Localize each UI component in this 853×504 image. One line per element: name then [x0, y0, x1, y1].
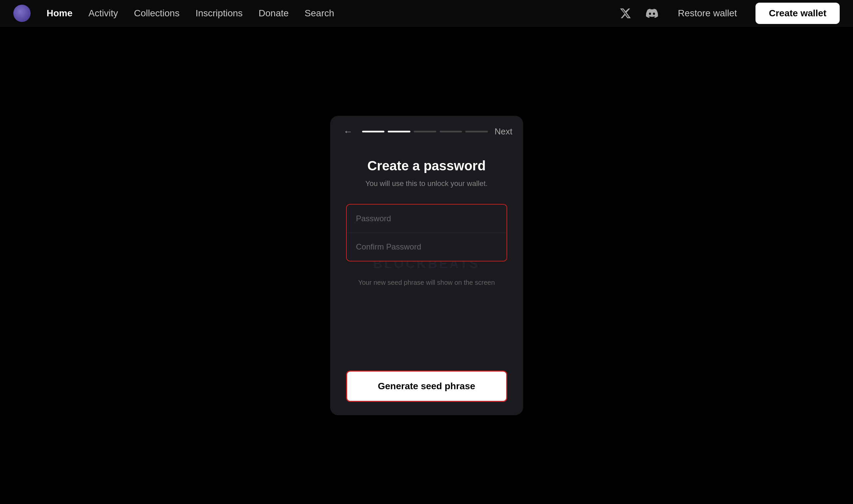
card-header: ← Next	[330, 116, 523, 145]
card-subtitle: You will use this to unlock your wallet.	[366, 179, 487, 188]
confirm-password-input[interactable]	[347, 233, 507, 261]
restore-wallet-button[interactable]: Restore wallet	[671, 4, 744, 23]
generate-seed-phrase-button[interactable]: Generate seed phrase	[346, 371, 507, 402]
step-1	[362, 131, 385, 132]
nav-links: Home Activity Collections Inscriptions D…	[47, 8, 618, 19]
step-5	[465, 131, 488, 132]
nav-item-donate[interactable]: Donate	[259, 8, 288, 19]
step-2	[388, 131, 410, 132]
step-4	[440, 131, 462, 132]
nav-item-home[interactable]: Home	[47, 8, 73, 19]
progress-steps	[362, 131, 488, 132]
next-button[interactable]: Next	[495, 126, 512, 137]
discord-icon[interactable]	[645, 6, 659, 21]
nav-item-search[interactable]: Search	[304, 8, 334, 19]
nav-right: Restore wallet Create wallet	[618, 3, 840, 24]
seed-note: Your new seed phrase will show on the sc…	[358, 277, 495, 287]
main-content: BLOCKBEATS ← Next Create a password You …	[0, 26, 853, 504]
nav-item-inscriptions[interactable]: Inscriptions	[195, 8, 243, 19]
password-form	[346, 204, 507, 262]
back-button[interactable]: ←	[341, 125, 355, 138]
card-title: Create a password	[368, 158, 486, 173]
step-3	[414, 131, 436, 132]
nav-logo[interactable]	[13, 5, 31, 22]
password-input[interactable]	[347, 204, 507, 233]
nav-item-collections[interactable]: Collections	[134, 8, 179, 19]
nav-item-activity[interactable]: Activity	[89, 8, 118, 19]
create-wallet-card: BLOCKBEATS ← Next Create a password You …	[330, 116, 523, 415]
twitter-icon[interactable]	[618, 6, 633, 21]
navbar: Home Activity Collections Inscriptions D…	[0, 0, 853, 26]
card-body: Create a password You will use this to u…	[330, 145, 523, 364]
create-wallet-button[interactable]: Create wallet	[756, 3, 840, 24]
card-footer: Generate seed phrase	[330, 364, 523, 415]
